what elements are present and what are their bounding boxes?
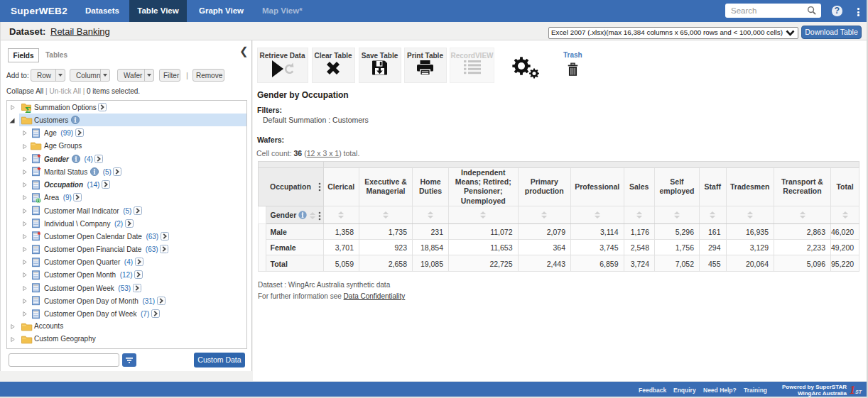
svg-text:Σ: Σ (25, 104, 31, 114)
svg-text:1: 1 (850, 384, 855, 396)
svg-text:ST: ST (855, 389, 862, 394)
